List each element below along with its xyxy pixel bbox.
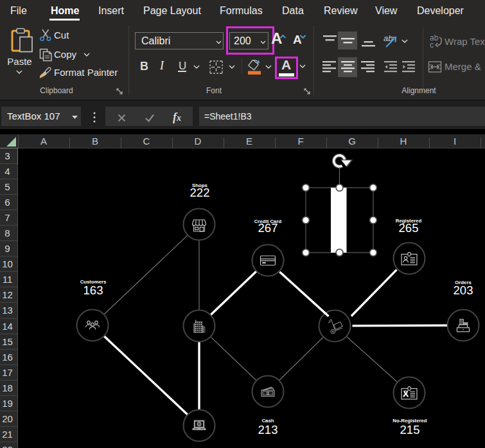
svg-text:163: 163 [84,283,103,297]
svg-text:213: 213 [258,423,278,436]
svg-text:215: 215 [400,423,420,436]
svg-text:222: 222 [190,186,210,199]
svg-text:203: 203 [454,283,473,297]
svg-text:265: 265 [399,221,419,235]
svg-text:267: 267 [258,221,278,235]
svg-text:c: c [430,40,434,49]
